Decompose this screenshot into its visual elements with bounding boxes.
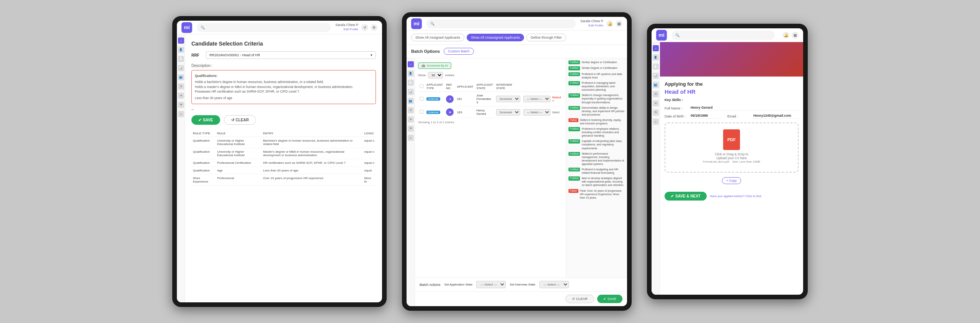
sb3-star[interactable]: ★	[653, 100, 659, 106]
logo-area-2: mi	[411, 18, 422, 29]
show-entries-select[interactable]: 10 25 50	[428, 72, 443, 78]
t2-bottom-actions: ↺ CLEAR ✔ SAVE	[415, 291, 627, 306]
sb3-settings[interactable]: ⚙	[653, 91, 659, 97]
t1-main-content: Candidate Selection Criteria RRF RR2024N…	[185, 34, 382, 302]
grid-icon-3[interactable]: ▦	[792, 32, 799, 39]
pdf-icon: PDF	[723, 129, 740, 150]
role-title: Head of HR	[665, 88, 799, 95]
table-row: Qualification Age Less than 30 years of …	[191, 166, 376, 174]
grid-icon[interactable]: ▦	[616, 20, 622, 27]
sb2-flag[interactable]: ⚑	[408, 126, 414, 132]
toolbar-icons-3: 🔔 ▦	[782, 32, 799, 39]
t2-applicant-section: 🤖 Screened By AI Show 10 25 50 entries	[415, 58, 566, 277]
sidebar-chart[interactable]: 📊	[178, 65, 184, 71]
tablet-2: mi 🔍 Sarala Chew P Edit Profile 🔔 ▦ Show…	[402, 12, 632, 311]
avatar-1: J	[446, 95, 454, 103]
sidebar-settings[interactable]: ⚙	[178, 83, 184, 90]
sb2-chart[interactable]: 📊	[408, 89, 414, 95]
app-state-select-2[interactable]: Screened	[496, 109, 520, 116]
search-bar-2[interactable]: 🔍	[426, 19, 576, 28]
app-state-select-1[interactable]: Screened	[496, 96, 520, 102]
sb3-people[interactable]: 👥	[653, 82, 659, 88]
dob-email-row: Date of Birth : 05/18/1989 Email : Henry…	[665, 114, 799, 119]
sb3-docs[interactable]: 📄	[653, 64, 659, 70]
tablet-3: mi 🔍 🔔 ▦ ⌂ 👤 📄 📊 👥 ⚙ ★ ⚑ ≡	[647, 24, 808, 299]
custom-batch-button[interactable]: Custom Batch	[444, 48, 474, 55]
bell-icon-3[interactable]: 🔔	[782, 32, 789, 39]
email-label: Email :	[727, 114, 750, 118]
sb2-home[interactable]: ⌂	[408, 61, 414, 67]
t2-clear-button[interactable]: ↺ CLEAR	[565, 295, 594, 303]
sb3-flag[interactable]: ⚑	[653, 109, 659, 116]
batch-app-state-select[interactable]: — Select —	[476, 281, 506, 288]
sidebar-star[interactable]: ★	[178, 93, 184, 99]
tab-unassigned[interactable]: Show All Unassigned Applicants	[467, 34, 524, 41]
sidebar-home[interactable]: ⌂	[178, 38, 184, 44]
description-box[interactable]: Qualifications: Holds a bachelor's degre…	[191, 70, 376, 104]
t3-bottom-actions: ✔ SAVE & NEXT Have you applied before? C…	[665, 192, 799, 201]
table-row: External J 161 Joan Fernandez 3 Screened	[418, 92, 563, 106]
sb3-users[interactable]: 👤	[653, 54, 659, 60]
sb3-list[interactable]: ≡	[653, 119, 659, 125]
sidebar-people[interactable]: 👥	[178, 74, 184, 80]
fullname-label: Full Name :	[665, 106, 688, 110]
sb2-star[interactable]: ★	[408, 116, 414, 122]
top-bar-3: mi 🔍 🔔 ▦	[652, 28, 803, 42]
int-state-select-1[interactable]: — Select —	[523, 96, 550, 102]
table-row: Work Experience Professional Over 10 yea…	[191, 174, 376, 185]
sidebar-docs[interactable]: 📄	[178, 56, 184, 62]
tab-filter[interactable]: Define through Filter	[526, 34, 566, 41]
page-title-1: Candidate Selection Criteria	[191, 41, 376, 47]
sb2-people[interactable]: 👥	[408, 98, 414, 104]
search-bar-3[interactable]: 🔍	[671, 31, 775, 40]
upload-area[interactable]: PDF Click or Drag & Drop to Upload your …	[665, 122, 799, 173]
copy-button[interactable]: + Copy	[722, 177, 741, 184]
col-rule-type: RULE TYPE	[191, 130, 216, 137]
sb2-docs[interactable]: 📄	[408, 80, 414, 86]
email-value: Henry1245@gmail.com	[753, 114, 799, 119]
criteria-item: Fulfilled Skilled in change management, …	[568, 93, 625, 104]
sidebar-flag[interactable]: ⚑	[178, 102, 184, 108]
col-ref: Ref. No	[444, 82, 455, 92]
applicants-table: Applicant Type Ref. No Applicant Applica…	[418, 82, 563, 118]
save-button[interactable]: ✔ SAVE	[191, 115, 220, 125]
int-state-select-2[interactable]: — Select —	[523, 109, 550, 116]
showing-text: Showing 1 to 2 of 2 entries	[418, 121, 563, 124]
fullname-row: Full Name : Henry Gerard	[665, 106, 799, 111]
t2-save-button[interactable]: ✔ SAVE	[597, 295, 622, 303]
batch-int-state-select[interactable]: — Select —	[539, 281, 569, 288]
sb2-settings[interactable]: ⚙	[408, 107, 414, 113]
col-app-state: Applicant State	[475, 82, 495, 92]
settings-icon[interactable]: ⚙	[371, 24, 377, 31]
key-skills-label: Key Skills :	[665, 98, 799, 102]
sb2-users[interactable]: 👤	[408, 70, 414, 77]
bell-icon[interactable]: 🔔	[606, 20, 613, 27]
save-next-button[interactable]: ✔ SAVE & NEXT	[665, 192, 707, 201]
sidebar-1: ⌂ 👤 📄 📊 👥 ⚙ ★ ⚑ ≡	[177, 34, 185, 302]
sb3-chart[interactable]: 📊	[653, 73, 659, 79]
applying-label: Applying for the	[665, 81, 799, 87]
rrf-select[interactable]: RR2024NOV00001 - Head of HR ▾	[206, 51, 376, 59]
criteria-item: Fulfilled Proficient in HR systems and d…	[568, 72, 625, 79]
col-int-state: Interview State	[495, 82, 522, 92]
tablet-1: mi 🔍 Sarala Chew P Edit Profile ↺ ⚙ ⌂ 👤 …	[172, 16, 387, 307]
applied-before-link[interactable]: Have you applied before? Click to find	[710, 194, 761, 198]
criteria-item: Fulfilled Similar Degree or Certificatio…	[568, 66, 625, 70]
col-applicant: Applicant	[456, 82, 475, 92]
col-rule: RULE	[216, 130, 261, 137]
top-bar-2: mi 🔍 Sarala Chew P Edit Profile 🔔 ▦	[407, 17, 627, 31]
sidebar-2: ⌂ 👤 📄 📊 👥 ⚙ ★ ⚑ ≡	[407, 58, 415, 306]
clear-button[interactable]: ↺ CLEAR	[224, 115, 256, 125]
table-row: Qualification University or Higher Educa…	[191, 148, 376, 159]
tab-assigned[interactable]: Show All Assigned Applicants	[411, 34, 464, 41]
search-bar-1[interactable]: 🔍	[197, 23, 331, 32]
col-logic: LOGIC	[363, 130, 376, 137]
sb3-home[interactable]: ⌂	[653, 45, 659, 51]
sidebar-list[interactable]: ≡	[178, 111, 184, 117]
table-row: External H 163 Henry Gerard Screened	[418, 106, 563, 118]
logo-3: mi	[656, 30, 667, 41]
sidebar-users[interactable]: 👤	[178, 47, 184, 53]
refresh-icon[interactable]: ↺	[361, 24, 368, 31]
ai-badge: 🤖 Screened By AI	[418, 62, 451, 69]
sb2-list[interactable]: ≡	[408, 135, 414, 141]
